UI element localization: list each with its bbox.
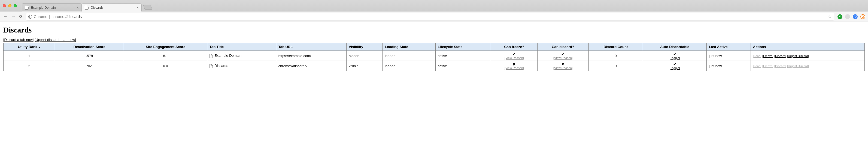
cell-auto-discardable: ✔[Toggle] xyxy=(643,61,707,71)
cell-engagement: 8.1 xyxy=(124,51,207,61)
close-window-button[interactable] xyxy=(3,4,6,7)
cell-reactivation: 1.5781 xyxy=(55,51,124,61)
url-scheme: chrome:// xyxy=(52,15,67,19)
discard-link[interactable]: [Discard] xyxy=(774,54,786,58)
page-title: Discards xyxy=(3,26,865,34)
cell-visibility: hidden xyxy=(346,51,382,61)
page-icon xyxy=(210,54,213,58)
view-reason-link[interactable]: [View Reason] xyxy=(493,66,535,70)
cell-visibility: visible xyxy=(346,61,382,71)
cell-auto-discardable: ✔[Toggle] xyxy=(643,51,707,61)
col-lifecycle-state[interactable]: Lifecycle State xyxy=(435,43,491,51)
extension-icon[interactable]: ✔ xyxy=(837,14,842,19)
discard-link: [Discard] xyxy=(774,65,786,68)
cross-icon: ✘ xyxy=(493,62,535,66)
page-icon xyxy=(25,6,29,9)
cell-can-freeze: ✘[View Reason] xyxy=(491,61,537,71)
cell-rank: 2 xyxy=(4,61,55,71)
minimize-window-button[interactable] xyxy=(8,4,11,7)
new-tab-button[interactable] xyxy=(143,5,153,9)
toggle-link[interactable]: [Toggle] xyxy=(645,56,704,59)
load-link: [Load] xyxy=(753,54,762,58)
cell-last-active: just now xyxy=(707,51,751,61)
urgent-discard-link[interactable]: [Urgent Discard] xyxy=(787,54,809,58)
toolbar: ← → ⟳ Chrome | chrome://discards ☆ ✔ ⋯ 🛡… xyxy=(0,11,868,22)
check-icon: ✔ xyxy=(645,52,704,56)
cell-actions: [Load] [Freeze] [Discard] [Urgent Discar… xyxy=(751,61,864,71)
cell-last-active: just now xyxy=(707,61,751,71)
col-site-engagement[interactable]: Site Engagement Score xyxy=(124,43,207,51)
cell-tab-url: chrome://discards/ xyxy=(276,61,346,71)
cell-can-discard: ✔[View Reason] xyxy=(537,51,588,61)
cell-rank: 1 xyxy=(4,51,55,61)
col-last-active[interactable]: Last Active xyxy=(707,43,751,51)
extension-icon[interactable]: 🛡 xyxy=(853,14,858,19)
forward-button[interactable]: → xyxy=(11,14,16,19)
extension-icon[interactable]: ⋯ xyxy=(845,14,850,19)
tab-title: Discards xyxy=(91,6,134,9)
top-actions: [Discard a tab now] [Urgent discard a ta… xyxy=(3,38,865,42)
table-header-row: Utility Rank▲ Reactivation Score Site En… xyxy=(4,43,865,51)
col-visibility[interactable]: Visibility xyxy=(346,43,382,51)
fullscreen-window-button[interactable] xyxy=(13,4,17,7)
freeze-link[interactable]: [Freeze] xyxy=(762,54,773,58)
cell-actions: [Load] [Freeze] [Discard] [Urgent Discar… xyxy=(751,51,864,61)
cell-tab-title: Discards xyxy=(207,61,276,71)
col-loading-state[interactable]: Loading State xyxy=(382,43,435,51)
col-tab-url[interactable]: Tab URL xyxy=(276,43,346,51)
tab-strip: Example Domain × Discards × xyxy=(0,0,868,11)
view-reason-link[interactable]: [View Reason] xyxy=(540,66,586,70)
page-icon xyxy=(210,64,213,68)
globe-icon xyxy=(28,15,32,19)
browser-tab-0[interactable]: Example Domain × xyxy=(22,3,82,11)
url-path: discards xyxy=(68,15,82,19)
cell-can-freeze: ✔[View Reason] xyxy=(491,51,537,61)
sort-asc-icon: ▲ xyxy=(38,46,40,49)
cell-engagement: 0.0 xyxy=(124,61,207,71)
view-reason-link[interactable]: [View Reason] xyxy=(540,56,586,59)
cross-icon: ✘ xyxy=(540,62,586,66)
page-content: Discards [Discard a tab now] [Urgent dis… xyxy=(0,22,868,75)
cell-loading: loaded xyxy=(382,51,435,61)
table-row: 2N/A0.0Discardschrome://discards/visible… xyxy=(4,61,865,71)
back-button[interactable]: ← xyxy=(3,14,8,19)
tab-title: Example Domain xyxy=(31,6,74,9)
col-reactivation-score[interactable]: Reactivation Score xyxy=(55,43,124,51)
cell-can-discard: ✘[View Reason] xyxy=(537,61,588,71)
close-tab-icon[interactable]: × xyxy=(136,5,139,10)
urgent-discard-link: [Urgent Discard] xyxy=(787,65,809,68)
cell-lifecycle: active xyxy=(435,61,491,71)
address-bar[interactable]: Chrome | chrome://discards ☆ xyxy=(26,13,834,21)
extension-icons: ✔ ⋯ 🛡 O xyxy=(837,14,865,19)
col-can-discard[interactable]: Can discard? xyxy=(537,43,588,51)
col-utility-rank[interactable]: Utility Rank▲ xyxy=(4,43,55,51)
col-actions[interactable]: Actions xyxy=(751,43,864,51)
col-can-freeze[interactable]: Can freeze? xyxy=(491,43,537,51)
extension-icon[interactable]: O xyxy=(860,14,865,19)
check-icon: ✔ xyxy=(493,52,535,56)
discards-table: Utility Rank▲ Reactivation Score Site En… xyxy=(3,43,865,71)
window-controls xyxy=(3,4,17,7)
view-reason-link[interactable]: [View Reason] xyxy=(493,56,535,59)
freeze-link: [Freeze] xyxy=(762,65,773,68)
toggle-link[interactable]: [Toggle] xyxy=(645,66,704,70)
col-discard-count[interactable]: Discard Count xyxy=(588,43,643,51)
bookmark-star-icon[interactable]: ☆ xyxy=(828,14,832,19)
check-icon: ✔ xyxy=(645,62,704,66)
urgent-discard-tab-now-link[interactable]: [Urgent discard a tab now] xyxy=(35,38,76,42)
browser-tab-1[interactable]: Discards × xyxy=(82,3,142,11)
cell-discard-count: 0 xyxy=(588,61,643,71)
col-tab-title[interactable]: Tab Title xyxy=(207,43,276,51)
table-row: 11.57818.1Example Domainhttps://example.… xyxy=(4,51,865,61)
page-icon xyxy=(85,6,89,9)
reload-button[interactable]: ⟳ xyxy=(19,14,23,19)
close-tab-icon[interactable]: × xyxy=(76,5,79,10)
cell-loading: loaded xyxy=(382,61,435,71)
col-auto-discardable[interactable]: Auto Discardable xyxy=(643,43,707,51)
cell-tab-title: Example Domain xyxy=(207,51,276,61)
load-link: [Load] xyxy=(753,65,762,68)
cell-lifecycle: active xyxy=(435,51,491,61)
address-label: Chrome xyxy=(34,15,48,19)
discard-tab-now-link[interactable]: [Discard a tab now] xyxy=(3,38,33,42)
cell-tab-url: https://example.com/ xyxy=(276,51,346,61)
